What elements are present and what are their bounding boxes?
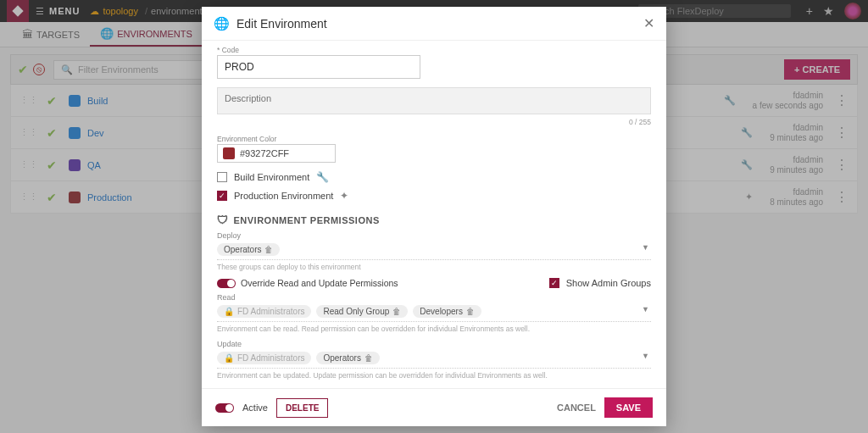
override-label: Override Read and Update Permissions [241, 278, 398, 288]
modal-footer: Active DELETE CANCEL SAVE [202, 388, 666, 426]
update-chips[interactable]: 🔒FD AdministratorsOperators🗑▼ [217, 348, 651, 369]
chip[interactable]: Operators🗑 [316, 352, 379, 364]
code-label: * Code [217, 46, 651, 54]
prod-env-label: Production Environment [234, 191, 333, 201]
checkbox-checked[interactable]: ✓ [549, 278, 559, 288]
read-label: Read [217, 293, 651, 302]
delete-button[interactable]: DELETE [276, 398, 328, 418]
chevron-down-icon[interactable]: ▼ [642, 243, 649, 252]
checkbox-checked[interactable]: ✓ [217, 191, 227, 201]
modal-body: * Code 0 / 255 Environment Color #93272C… [202, 41, 666, 388]
shield-icon: 🛡 [217, 214, 229, 226]
save-button[interactable]: SAVE [604, 397, 653, 418]
read-help: Environment can be read. Read permission… [217, 325, 651, 333]
update-help: Environment can be updated. Update permi… [217, 371, 651, 380]
color-value: #93272CFF [240, 148, 289, 158]
chip-delete-icon[interactable]: 🗑 [364, 353, 373, 363]
wrench-icon: 🔧 [316, 171, 329, 183]
prod-env-checkbox-row[interactable]: ✓ Production Environment ✦ [217, 190, 651, 202]
color-input[interactable]: #93272CFF [217, 144, 336, 163]
show-admin-label: Show Admin Groups [566, 278, 651, 288]
chevron-down-icon[interactable]: ▼ [642, 352, 649, 360]
update-label: Update [217, 340, 651, 348]
modal-title: Edit Environment [236, 17, 327, 31]
active-toggle-row[interactable]: Active [215, 402, 268, 413]
color-swatch [223, 147, 235, 159]
checkbox-unchecked[interactable] [217, 172, 227, 182]
chip[interactable]: Developers🗑 [413, 305, 481, 318]
edit-environment-modal: 🌐 Edit Environment ✕ * Code 0 / 255 Envi… [202, 7, 666, 426]
cancel-button[interactable]: CANCEL [557, 402, 596, 413]
build-env-label: Build Environment [234, 172, 309, 182]
deploy-label: Deploy [217, 231, 651, 240]
sparkle-icon: ✦ [340, 190, 348, 202]
chip-delete-icon[interactable]: 🗑 [392, 307, 401, 316]
color-label: Environment Color [217, 135, 651, 143]
globe-icon: 🌐 [214, 16, 230, 31]
code-input[interactable] [217, 55, 420, 79]
chip-delete-icon[interactable]: 🗑 [466, 307, 475, 316]
permissions-header: 🛡 ENVIRONMENT PERMISSIONS [217, 214, 651, 226]
close-icon[interactable]: ✕ [643, 15, 654, 31]
override-toggle-row[interactable]: Override Read and Update Permissions [217, 278, 398, 288]
active-label: Active [242, 402, 268, 413]
build-env-checkbox-row[interactable]: Build Environment 🔧 [217, 171, 651, 183]
char-counter: 0 / 255 [217, 118, 651, 126]
description-input[interactable] [217, 87, 651, 114]
chip[interactable]: 🔒FD Administrators [217, 352, 311, 364]
deploy-help: These groups can deploy to this environm… [217, 263, 651, 271]
toggle-on[interactable] [215, 403, 234, 413]
chip-delete-icon[interactable]: 🗑 [264, 245, 273, 254]
lock-icon: 🔒 [224, 307, 234, 316]
modal-header: 🌐 Edit Environment ✕ [202, 7, 666, 41]
read-chips[interactable]: 🔒FD AdministratorsRead Only Group🗑Develo… [217, 302, 651, 322]
deploy-chips[interactable]: Operators🗑 ▼ [217, 240, 651, 260]
lock-icon: 🔒 [224, 353, 234, 363]
show-admin-checkbox-row[interactable]: ✓ Show Admin Groups [549, 278, 651, 288]
chip[interactable]: 🔒FD Administrators [217, 305, 311, 318]
chevron-down-icon[interactable]: ▼ [642, 305, 649, 314]
chip[interactable]: Read Only Group🗑 [316, 305, 408, 318]
chip-operators[interactable]: Operators🗑 [217, 243, 280, 256]
toggle-on[interactable] [217, 279, 236, 288]
